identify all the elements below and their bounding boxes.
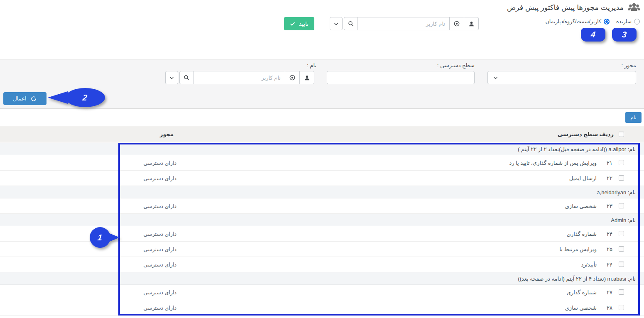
row-checkbox[interactable] — [619, 305, 624, 310]
access-level-cell: تأیید/رد — [581, 262, 597, 268]
page-title: مدیریت مجوزها پیش فاکتور پیش فرض — [507, 3, 624, 12]
permission-cell: دارای دسترسی — [144, 289, 176, 296]
radio-circle-selected-icon[interactable] — [604, 19, 610, 24]
radio-circle-icon[interactable] — [634, 19, 640, 24]
apply-button-label: اعمال — [13, 95, 26, 102]
radio-user-label: کاربر/سمت/گروه/دپارتمان — [545, 18, 601, 24]
row-number: ۲۶ — [607, 262, 612, 268]
name-badge-button[interactable]: نام — [625, 112, 642, 123]
users-icon — [627, 2, 641, 13]
row-number: ۲۳ — [607, 203, 612, 209]
permission-cell: دارای دسترسی — [144, 231, 176, 237]
group-header-row: نام: Admin — [0, 214, 644, 226]
access-level-filter-label: سطح دسترسی : — [437, 62, 475, 68]
confirm-button[interactable]: تایید — [284, 17, 314, 30]
access-level-cell: ارسال ایمیل — [569, 175, 597, 181]
annotation-callout-1: 1 — [90, 227, 120, 248]
name-search-button[interactable] — [179, 71, 193, 84]
table-row: ۲۱ویرایش پس از شماره گذاري، تایید یا ردد… — [0, 155, 644, 171]
target-select-button[interactable] — [449, 17, 464, 30]
access-level-input[interactable] — [327, 71, 475, 84]
name-user-search-input[interactable] — [193, 71, 285, 84]
target-icon — [453, 20, 460, 27]
group-name-label: نام: a.alipor ((ادامه در صفحه قبل)نعداد … — [518, 146, 636, 152]
permission-filter-label: مجوز : — [621, 62, 636, 68]
access-level-cell: شماره گذاری — [567, 231, 597, 237]
group-name-label: نام: m.abasi (نعداد ۴ از ۲۲ آیتم (ادامه … — [518, 275, 636, 281]
top-search-dropdown-button[interactable] — [330, 17, 343, 30]
permission-cell: دارای دسترسی — [144, 203, 176, 209]
owner-type-radio-group: سازنده کاربر/سمت/گروه/دپارتمان — [545, 18, 640, 24]
page-header: مدیریت مجوزها پیش فاکتور پیش فرض — [507, 2, 641, 13]
radio-user-position-group-department[interactable]: کاربر/سمت/گروه/دپارتمان — [545, 18, 610, 24]
table-row: ۲۶تأیید/رددارای دسترسی — [0, 257, 644, 272]
annotation-callout-2: 2 — [48, 88, 105, 107]
permission-cell: دارای دسترسی — [144, 305, 176, 311]
row-checkbox[interactable] — [619, 160, 624, 165]
callout-arrow-right — [105, 232, 120, 243]
column-header-permission: مجوز — [160, 126, 174, 142]
permissions-management-page: مدیریت مجوزها پیش فاکتور پیش فرض سازنده … — [0, 0, 644, 318]
table-row: ۲۸شخصی سازیدارای دسترسی — [0, 300, 644, 316]
name-search-dropdown-button[interactable] — [165, 71, 178, 84]
user-picker-button[interactable] — [464, 17, 479, 30]
target-icon — [289, 74, 296, 81]
group-name-label: نام: Admin — [611, 217, 636, 223]
column-header-access-level: سطح دسترسی — [558, 126, 598, 142]
person-icon — [468, 21, 475, 27]
apply-button[interactable]: اعمال — [3, 92, 47, 105]
chevron-down-icon — [169, 75, 174, 81]
select-all-checkbox[interactable] — [619, 132, 624, 137]
table-row: ۲۲ارسال ایمیلدارای دسترسی — [0, 171, 644, 186]
user-picker-button[interactable] — [299, 71, 314, 84]
annotation-callout-4: 4 — [581, 28, 605, 42]
search-icon — [348, 20, 354, 27]
permission-cell: دارای دسترسی — [144, 160, 176, 166]
table-row: ۲۷شماره گذاریدارای دسترسی — [0, 285, 644, 300]
row-number: ۲۸ — [607, 305, 612, 311]
access-level-cell: ویرایش پس از شماره گذاري، تایید یا رد — [509, 160, 597, 166]
access-level-cell: شخصی سازی — [565, 203, 597, 209]
table-header-row: ردیف سطح دسترسی مجوز — [0, 126, 644, 142]
row-number: ۲۱ — [607, 160, 612, 166]
row-checkbox[interactable] — [619, 231, 624, 236]
refresh-icon — [30, 95, 37, 102]
confirm-button-label: تایید — [299, 20, 309, 27]
table-row: ۲۳شخصی سازیدارای دسترسی — [0, 198, 644, 214]
row-number: ۲۵ — [607, 246, 612, 252]
group-name-label: نام: a,heidariyan — [597, 189, 636, 195]
annotation-callout-3: 3 — [612, 28, 637, 42]
check-icon — [290, 21, 295, 27]
row-checkbox[interactable] — [619, 289, 624, 295]
row-checkbox[interactable] — [619, 175, 624, 181]
top-search-button[interactable] — [344, 17, 358, 30]
callout-arrow-left — [48, 91, 68, 104]
permission-cell: دارای دسترسی — [144, 262, 176, 268]
row-checkbox[interactable] — [619, 203, 624, 208]
access-level-cell: شماره گذاری — [567, 289, 597, 296]
permission-select[interactable] — [487, 71, 636, 84]
row-checkbox[interactable] — [619, 262, 624, 267]
group-header-row: نام: a.alipor ((ادامه در صفحه قبل)نعداد … — [0, 143, 644, 155]
column-header-row: ردیف — [599, 126, 614, 142]
permission-cell: دارای دسترسی — [144, 246, 176, 252]
radio-creator[interactable]: سازنده — [616, 18, 640, 24]
row-number: ۲۴ — [607, 231, 612, 237]
row-checkbox[interactable] — [619, 246, 624, 252]
target-select-button[interactable] — [285, 71, 300, 84]
row-number: ۲۷ — [607, 289, 612, 296]
top-user-search-group — [330, 17, 479, 30]
name-user-search-group — [165, 71, 314, 84]
row-number: ۲۲ — [607, 175, 612, 181]
access-level-cell: ویرایش مرتبط با — [559, 246, 597, 252]
group-header-row: نام: a,heidariyan — [0, 186, 644, 198]
person-icon — [304, 75, 310, 81]
name-filter-label: نام : — [307, 62, 316, 68]
top-user-search-input[interactable] — [358, 17, 450, 30]
access-level-cell: شخصی سازی — [565, 305, 597, 311]
permission-cell: دارای دسترسی — [144, 175, 176, 181]
group-header-row: نام: m.abasi (نعداد ۴ از ۲۲ آیتم (ادامه … — [0, 272, 644, 285]
chevron-down-icon — [493, 75, 498, 81]
chevron-down-icon — [333, 21, 339, 27]
radio-creator-label: سازنده — [616, 18, 632, 24]
